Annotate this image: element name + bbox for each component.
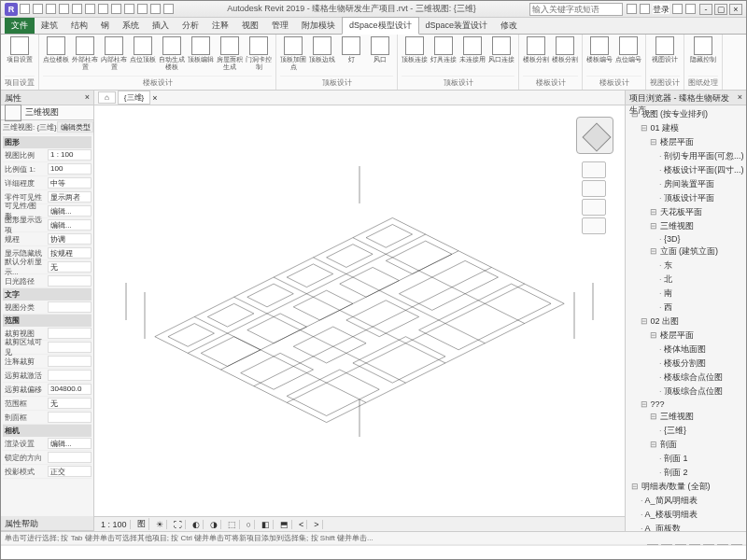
prop-row[interactable]: 远剪裁激活	[3, 369, 92, 383]
view-ctrl-10[interactable]: <	[296, 520, 307, 529]
tab-9[interactable]: 管理	[265, 18, 295, 34]
qat-redo-icon[interactable]	[59, 4, 69, 14]
ribbon-btn-1-3[interactable]: 点位顶板	[130, 36, 156, 71]
browser-close-icon[interactable]: ×	[738, 92, 742, 103]
view-ctrl-11[interactable]: >	[311, 520, 322, 529]
ribbon-btn-1-6[interactable]: 房屋面积生成	[217, 36, 243, 71]
tree-node[interactable]: 楼层平面	[627, 135, 744, 149]
prop-row[interactable]: 投影模式正交	[3, 465, 92, 479]
tree-node[interactable]: 01 建模	[627, 121, 744, 135]
tree-node[interactable]: 楼板设计平面(四寸...)	[627, 163, 744, 177]
view-ctrl-4[interactable]: ◐	[190, 520, 204, 529]
view-ctrl-9[interactable]: ⬒	[277, 520, 292, 529]
ribbon-btn-2-3[interactable]: 风口	[367, 36, 393, 71]
tree-node[interactable]: 天花板平面	[627, 205, 744, 219]
tree-node[interactable]: 明细表/数量 (全部)	[627, 480, 744, 494]
tab-4[interactable]: 系统	[116, 18, 146, 34]
tree-node[interactable]: 02 出图	[627, 315, 744, 329]
help-search-input[interactable]	[529, 3, 623, 16]
ribbon-btn-1-0[interactable]: 点位楼板	[43, 36, 69, 71]
qat-section-icon[interactable]	[124, 4, 134, 14]
drawing-area[interactable]	[94, 105, 625, 516]
ribbon-btn-5-1[interactable]: 点位编号	[615, 36, 641, 63]
view-ctrl-7[interactable]: ○	[244, 520, 255, 529]
minimize-button[interactable]: -	[699, 4, 712, 15]
tree-node[interactable]: {三维}	[627, 424, 744, 438]
prop-row[interactable]: 图形显示选项编辑...	[3, 218, 92, 232]
view-ctrl-2[interactable]: ☀	[153, 520, 167, 529]
tree-node[interactable]: A_面板数	[627, 522, 744, 531]
tree-node[interactable]: 剖切专用平面(可忽...)	[627, 149, 744, 163]
prop-row[interactable]: 比例值 1:100	[3, 162, 92, 176]
qat-align-icon[interactable]	[98, 4, 108, 14]
tab-8[interactable]: 视图	[235, 18, 265, 34]
tree-node[interactable]: 东	[627, 259, 744, 273]
tree-node[interactable]: 楼体地面图	[627, 343, 744, 357]
qat-more-icon[interactable]	[163, 4, 174, 14]
prop-row[interactable]: 默认分析显示...无	[3, 260, 92, 274]
nav-pan-icon[interactable]	[582, 180, 606, 197]
qat-undo-icon[interactable]	[46, 4, 56, 14]
tab-10[interactable]: 附加模块	[295, 18, 342, 34]
tree-node[interactable]: 楼板分割图	[627, 357, 744, 371]
user-icon[interactable]	[640, 4, 650, 14]
tab-5[interactable]: 插入	[146, 18, 176, 34]
tab-13[interactable]: 修改	[494, 18, 524, 34]
qat-save-icon[interactable]	[33, 4, 43, 14]
nav-zoom-icon[interactable]	[582, 199, 606, 216]
properties-help[interactable]: 属性帮助	[1, 516, 93, 531]
edit-type-button[interactable]: 编辑类型	[57, 121, 93, 133]
view-cube[interactable]	[576, 117, 613, 154]
ribbon-btn-3-1[interactable]: 灯具连接	[430, 36, 457, 63]
tree-node[interactable]: {3D}	[627, 233, 744, 245]
qat-sync-icon[interactable]	[150, 4, 161, 14]
tree-node[interactable]: 三维视图	[627, 219, 744, 233]
view-tab-home-icon[interactable]: ⌂	[98, 91, 116, 104]
prop-row[interactable]: 剖面框	[3, 411, 92, 425]
ribbon-btn-1-7[interactable]: 门洞卡控制	[246, 36, 272, 71]
ribbon-btn-7-0[interactable]: 隐藏控制	[690, 36, 716, 63]
qat-3d-icon[interactable]	[137, 4, 148, 14]
tree-node[interactable]: 顶板综合点位图	[627, 385, 744, 399]
tab-3[interactable]: 钢	[94, 18, 116, 34]
properties-selector[interactable]: 三维视图: {三维} 编辑类型	[1, 120, 93, 134]
view-ctrl-8[interactable]: ◧	[259, 520, 274, 529]
ribbon-btn-1-2[interactable]: 内部柱布置	[101, 36, 127, 71]
tree-node[interactable]: A_简风明细表	[627, 494, 744, 508]
view-ctrl-0[interactable]: 1 : 100	[98, 520, 131, 529]
ribbon-btn-1-1[interactable]: 外部柱布置	[72, 36, 98, 71]
prop-row[interactable]: 视图分类	[3, 301, 92, 315]
qat-open-icon[interactable]	[20, 4, 30, 14]
tree-node[interactable]: 三维视图	[627, 410, 744, 424]
tree-node[interactable]: 北	[627, 273, 744, 287]
tree-node[interactable]: 西	[627, 301, 744, 315]
ribbon-btn-2-0[interactable]: 顶板加固点	[280, 36, 306, 71]
tab-1[interactable]: 建筑	[35, 18, 64, 34]
tree-node[interactable]: A_楼板明细表	[627, 508, 744, 522]
search-icon[interactable]	[627, 4, 637, 14]
prop-row[interactable]: 注释裁剪	[3, 355, 92, 369]
tree-node[interactable]: ???	[627, 399, 744, 410]
cloud-icon[interactable]	[672, 4, 683, 14]
tree-node[interactable]: 南	[627, 287, 744, 301]
ribbon-btn-1-5[interactable]: 顶板编辑	[188, 36, 214, 71]
ribbon-btn-3-2[interactable]: 未连接用	[459, 36, 486, 63]
tree-node[interactable]: 顶板设计平面	[627, 191, 744, 205]
tab-2[interactable]: 结构	[64, 18, 94, 34]
tab-0[interactable]: 文件	[5, 18, 35, 34]
ribbon-btn-2-2[interactable]: 灯	[338, 36, 364, 71]
prop-row[interactable]: 远剪裁偏移304800.0	[3, 383, 92, 397]
view-ctrl-6[interactable]: ⬚	[225, 520, 240, 529]
close-button[interactable]: ×	[729, 4, 742, 15]
tree-node[interactable]: 立面 (建筑立面)	[627, 245, 744, 259]
prop-row[interactable]: 日光路径	[3, 274, 92, 288]
ribbon-btn-5-0[interactable]: 楼板编号	[586, 36, 613, 63]
tree-node[interactable]: 剖面	[627, 438, 744, 452]
tab-6[interactable]: 分析	[176, 18, 205, 34]
prop-row[interactable]: 详细程度中等	[3, 176, 92, 190]
view-ctrl-1[interactable]: 图	[134, 518, 149, 530]
qat-text-icon[interactable]	[111, 4, 121, 14]
tree-node[interactable]: 房间装置平面	[627, 177, 744, 191]
view-ctrl-5[interactable]: ◑	[207, 520, 221, 529]
signin-label[interactable]: 登录	[653, 4, 669, 14]
